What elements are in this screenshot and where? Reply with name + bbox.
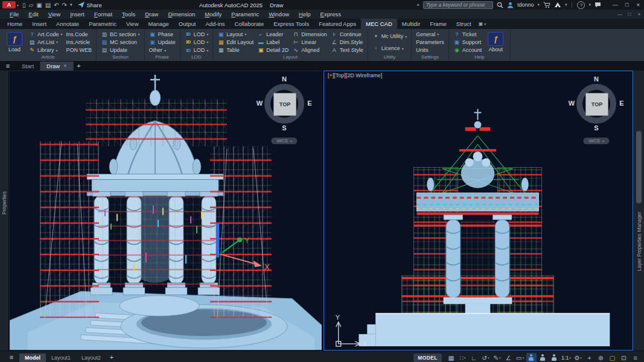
ribbon-item-bc-section[interactable]: ▥BC section▾ [101, 30, 140, 38]
doc-restore-button[interactable]: □ [625, 10, 634, 19]
help-icon[interactable]: ? [577, 1, 585, 9]
new-layout-button[interactable]: + [106, 353, 117, 362]
menu-insert[interactable]: Insert [65, 10, 89, 19]
annotation-monitor-icon[interactable]: + [584, 353, 595, 362]
autoscale-icon[interactable] [538, 353, 548, 362]
user-name[interactable]: Idonno [517, 2, 534, 8]
ribbon-tab-struct[interactable]: Struct [451, 19, 476, 29]
ribbon-tab-express-tools[interactable]: Express Tools [269, 19, 314, 29]
user-dropdown-icon[interactable]: ▾ [537, 2, 540, 7]
ribbon-item-account[interactable]: ◉Account [453, 46, 482, 54]
dynamic-input-icon[interactable]: ▭▾ [515, 353, 525, 362]
plot-icon[interactable]: ▤ [45, 2, 51, 8]
user-icon[interactable] [507, 2, 514, 8]
annotation-visibility-icon[interactable] [526, 353, 537, 362]
menu-modify[interactable]: Modify [200, 10, 226, 19]
ribbon-tab-insert[interactable]: Insert [27, 19, 51, 29]
minimize-button[interactable]: — [610, 0, 621, 10]
viewcube-n[interactable]: N [280, 75, 289, 83]
snap-mode-icon[interactable]: ∷▾ [457, 353, 468, 362]
viewport-3d[interactable]: Y X NSWETOPWCS▾ [9, 71, 322, 351]
new-file-icon[interactable]: ▯ [22, 2, 26, 8]
ribbon-display-toggle[interactable]: ▣▾ [479, 21, 486, 27]
ribbon-item-phase[interactable]: ▣Phase [149, 30, 176, 38]
search-input[interactable] [423, 1, 493, 9]
ribbon-item-edit-layout[interactable]: ▦Edit Layout [217, 38, 253, 46]
ribbon-item-update[interactable]: ▤Update [101, 46, 140, 54]
ribbon-item-mc-section[interactable]: ▨MC section [101, 38, 140, 46]
ribbon-item-other[interactable]: Other▾ [149, 46, 176, 54]
graphics-performance-icon[interactable]: ▢ [607, 353, 617, 362]
viewcube-e[interactable]: E [305, 100, 314, 107]
ribbon-item-dimension[interactable]: ⊓Dimension [292, 30, 327, 38]
doc-minimize-button[interactable]: — [615, 10, 625, 19]
ribbon-item-art-code[interactable]: ?Art.Code▾ [28, 30, 63, 38]
viewport-2d-top[interactable]: Y X [+][Top][2D Wireframe] NSWETOPWCS▾ [324, 71, 633, 351]
units-icon[interactable]: ⊕ [596, 353, 606, 362]
viewcube-n[interactable]: N [592, 75, 601, 83]
layout-tab-layout1[interactable]: Layout1 [46, 354, 76, 362]
ribbon-button-about[interactable]: ƒAbout [485, 30, 506, 54]
search-icon[interactable] [497, 2, 503, 8]
viewcube-top-face[interactable]: TOP [585, 93, 608, 116]
share-button[interactable]: Share [78, 2, 101, 8]
ribbon-tab-parametric[interactable]: Parametric [84, 19, 121, 29]
ribbon-tab-multidir[interactable]: Multidir [397, 19, 426, 29]
help-dropdown-icon[interactable]: ▾ [588, 2, 591, 7]
viewcube-w[interactable]: W [255, 100, 264, 107]
ribbon-item-ins-code[interactable]: Ins.Code [66, 30, 92, 38]
ribbon-item-continue[interactable]: ⊦Continue [331, 30, 363, 38]
grid-display-icon[interactable]: ▦ [446, 353, 456, 362]
clean-screen-icon[interactable]: ⊡ [619, 353, 629, 362]
viewcube-s[interactable]: S [592, 124, 601, 132]
file-tab-start[interactable]: Start [16, 62, 40, 71]
ribbon-tab-add-ins[interactable]: Add-ins [200, 19, 229, 29]
ribbon-tab-featured-apps[interactable]: Featured Apps [314, 19, 361, 29]
ribbon-item-leader[interactable]: ⌐Leader [257, 30, 289, 38]
ribbon-item-detail-2d[interactable]: ▣Detail 2D [257, 46, 289, 54]
layout-tabs-menu-icon[interactable]: ≡ [4, 353, 19, 362]
ribbon-item-ins-article[interactable]: Ins.Article [66, 38, 92, 46]
open-folder-icon[interactable]: ▱ [29, 2, 34, 8]
ribbon-item-lod[interactable]: 3DLOD▾ [185, 38, 209, 46]
menu-window[interactable]: Window [264, 10, 294, 19]
ribbon-item-support[interactable]: ▣Support [453, 38, 482, 46]
ribbon-item-aligned[interactable]: ∿Aligned [292, 46, 327, 54]
ribbon-tab-annotate[interactable]: Annotate [51, 19, 84, 29]
ribbon-item-update[interactable]: ▣Update [149, 38, 176, 46]
wcs-menu[interactable]: WCS▾ [583, 138, 609, 144]
viewcube[interactable]: NSWETOPWCS▾ [567, 75, 625, 147]
viewcube-e[interactable]: E [617, 100, 626, 107]
ribbon-item-library[interactable]: ✎Library▾ [28, 46, 63, 54]
ribbon-tab-manage[interactable]: Manage [144, 19, 174, 29]
autodesk-app-dropdown-icon[interactable]: ▾ [565, 2, 567, 7]
ribbon-item-layout[interactable]: ▣Layout▾ [217, 30, 253, 38]
annotation-scale-icon[interactable] [549, 353, 560, 362]
autodesk-app-icon[interactable] [554, 2, 561, 8]
feedback-chat-icon[interactable] [595, 2, 601, 8]
layer-properties-palette-tab[interactable]: Layer Properties Manager [633, 71, 644, 351]
menu-tools[interactable]: Tools [117, 10, 140, 19]
viewcube-w[interactable]: W [567, 100, 576, 107]
ribbon-item-licence[interactable]: ▫Licence▾ [372, 45, 407, 52]
ribbon-item-label[interactable]: ▬Label [257, 38, 289, 46]
close-button[interactable]: × [633, 0, 644, 10]
ribbon-item-general[interactable]: General▾ [416, 30, 444, 38]
autocad-logo-icon[interactable]: A [2, 1, 16, 8]
ribbon-tab-collaborate[interactable]: Collaborate [230, 19, 269, 29]
ribbon-item-table[interactable]: ▦Table [217, 46, 253, 54]
ribbon-tab-mec-cad[interactable]: MEC CAD [361, 19, 397, 29]
viewcube[interactable]: NSWETOPWCS▾ [255, 75, 313, 147]
undo-icon[interactable]: ↶ [54, 2, 59, 8]
file-tabs-menu-icon[interactable]: ≡ [0, 62, 16, 71]
menu-parametric[interactable]: Parametric [226, 10, 264, 19]
ribbon-item-lod[interactable]: 3DLOD▾ [185, 46, 209, 54]
properties-palette-tab[interactable]: Properties [0, 71, 9, 351]
ortho-mode-icon[interactable]: ∟ [469, 353, 479, 362]
ribbon-item-mc-utility[interactable]: +Mc Utility▾ [372, 33, 407, 40]
cart-icon[interactable] [543, 2, 550, 8]
ribbon-tab-output[interactable]: Output [174, 19, 201, 29]
isometric-drafting-icon[interactable]: ∠ [503, 353, 514, 362]
menu-draw[interactable]: Draw [140, 10, 163, 19]
ribbon-tab-frame[interactable]: Frame [425, 19, 451, 29]
